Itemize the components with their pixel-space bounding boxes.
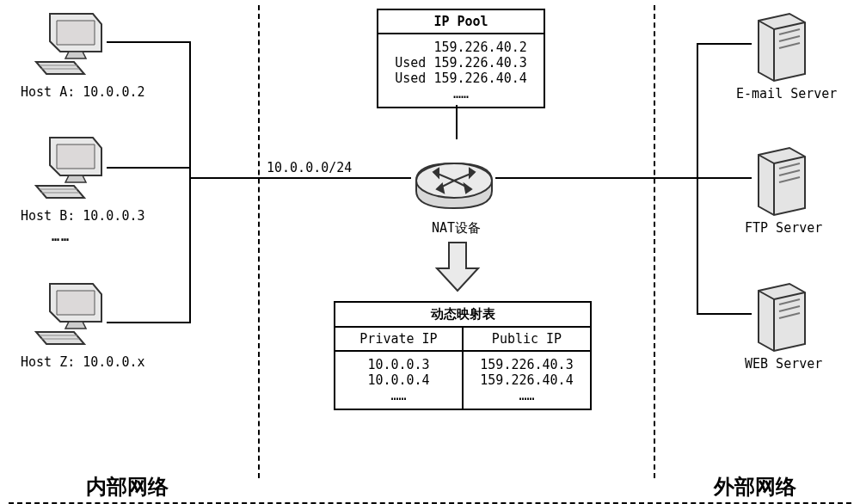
nat-router-icon <box>411 138 497 220</box>
mapping-cell: 10.0.0.4 <box>339 372 458 388</box>
divider-left <box>258 5 260 478</box>
external-bus-vertical <box>697 43 698 315</box>
svg-marker-3 <box>36 62 84 74</box>
svg-marker-13 <box>57 291 95 315</box>
host-b-label: Host B: 10.0.0.3 <box>21 208 145 224</box>
host-z-label: Host Z: 10.0.0.x <box>21 354 145 370</box>
host-a-label: Host A: 10.0.0.2 <box>21 84 145 100</box>
host-b-link <box>107 167 189 169</box>
ippool-to-router-link <box>456 105 458 139</box>
web-server-label: WEB Server <box>745 356 822 372</box>
hosts-ellipsis: …… <box>52 229 71 244</box>
host-b-icon <box>34 136 103 203</box>
nat-router-label: NAT设备 <box>432 220 481 237</box>
divider-right <box>654 5 655 478</box>
webserver-link <box>697 313 752 315</box>
mapping-rows: 10.0.0.3 10.0.0.4 …… 159.226.40.3 159.22… <box>335 352 590 409</box>
mapping-table-title: 动态映射表 <box>335 303 590 328</box>
ip-pool-row: Used 159.226.40.3 <box>387 55 535 71</box>
host-z-icon <box>34 282 103 349</box>
section-label-external: 外部网络 <box>714 473 796 501</box>
mailserver-link <box>697 43 752 45</box>
svg-marker-9 <box>36 186 84 198</box>
host-z-link <box>107 322 189 323</box>
host-a-link <box>107 41 189 43</box>
ip-pool-table: IP Pool 159.226.40.2 Used 159.226.40.3 U… <box>377 9 545 108</box>
svg-marker-8 <box>65 175 86 182</box>
svg-marker-7 <box>57 144 95 169</box>
mapping-cell: …… <box>339 388 458 403</box>
arrow-down-icon <box>433 239 482 294</box>
subnet-label: 10.0.0.0/24 <box>265 160 353 175</box>
mapping-hdr-private: Private IP <box>335 328 464 350</box>
ftpserver-link <box>697 177 752 179</box>
router-to-external-link <box>495 177 697 179</box>
svg-marker-14 <box>65 322 86 329</box>
mapping-cell: …… <box>467 388 587 403</box>
mapping-table: 动态映射表 Private IP Public IP 10.0.0.3 10.0… <box>334 301 592 410</box>
ip-pool-row: 159.226.40.2 <box>387 40 535 55</box>
svg-marker-15 <box>36 332 84 344</box>
mapping-col-private: 10.0.0.3 10.0.0.4 …… <box>335 352 464 409</box>
mapping-cell: 159.226.40.3 <box>467 357 587 372</box>
svg-marker-2 <box>65 52 86 58</box>
diagram: 内部网络 外部网络 Host A: 10.0.0.2 Host B: 10.0.… <box>0 0 860 504</box>
ip-pool-title: IP Pool <box>378 10 544 34</box>
mapping-col-public: 159.226.40.3 159.226.40.4 …… <box>464 352 590 409</box>
mapping-hdr-public: Public IP <box>464 328 590 350</box>
ip-pool-row: Used 159.226.40.4 <box>387 71 535 86</box>
mapping-cell: 159.226.40.4 <box>467 372 587 388</box>
mapping-cell: 10.0.0.3 <box>339 357 458 372</box>
ip-pool-row: …… <box>387 86 535 101</box>
svg-marker-1 <box>57 21 95 45</box>
ip-pool-body: 159.226.40.2 Used 159.226.40.3 Used 159.… <box>378 34 544 107</box>
host-a-icon <box>34 12 103 79</box>
internal-to-router-link <box>189 177 411 179</box>
svg-marker-27 <box>437 243 478 291</box>
ftp-server-label: FTP Server <box>745 220 822 236</box>
ftp-server-icon <box>752 144 812 217</box>
mail-server-icon <box>752 10 812 83</box>
mail-server-label: E-mail Server <box>736 86 837 101</box>
section-label-internal: 内部网络 <box>86 473 169 501</box>
mapping-table-header: Private IP Public IP <box>335 328 590 352</box>
internal-bus-vertical <box>189 41 191 323</box>
web-server-icon <box>752 280 812 353</box>
